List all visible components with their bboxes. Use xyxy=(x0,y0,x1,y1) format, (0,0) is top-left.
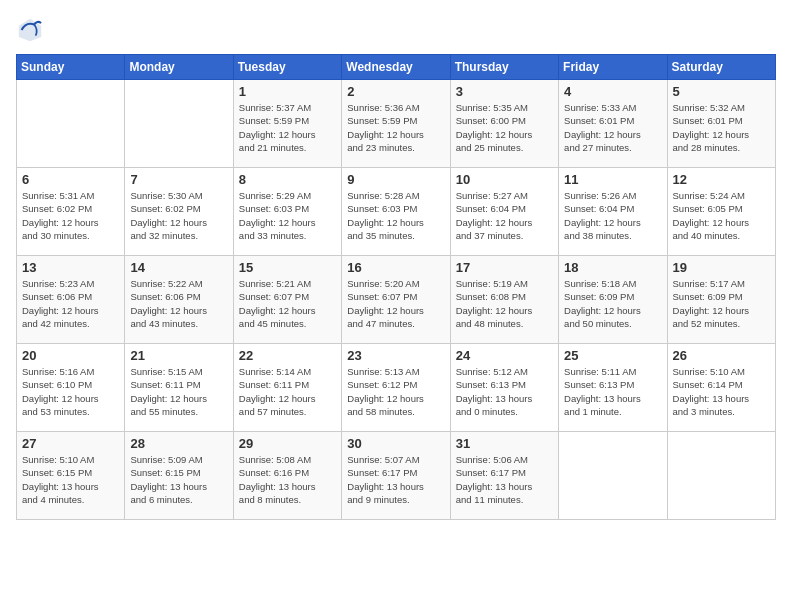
day-number: 21 xyxy=(130,348,227,363)
day-info: Sunrise: 5:24 AM Sunset: 6:05 PM Dayligh… xyxy=(673,189,770,242)
calendar-cell: 1Sunrise: 5:37 AM Sunset: 5:59 PM Daylig… xyxy=(233,80,341,168)
calendar-cell xyxy=(125,80,233,168)
calendar-cell: 6Sunrise: 5:31 AM Sunset: 6:02 PM Daylig… xyxy=(17,168,125,256)
day-info: Sunrise: 5:30 AM Sunset: 6:02 PM Dayligh… xyxy=(130,189,227,242)
day-number: 4 xyxy=(564,84,661,99)
day-info: Sunrise: 5:08 AM Sunset: 6:16 PM Dayligh… xyxy=(239,453,336,506)
day-info: Sunrise: 5:22 AM Sunset: 6:06 PM Dayligh… xyxy=(130,277,227,330)
calendar-cell: 7Sunrise: 5:30 AM Sunset: 6:02 PM Daylig… xyxy=(125,168,233,256)
day-number: 16 xyxy=(347,260,444,275)
day-info: Sunrise: 5:35 AM Sunset: 6:00 PM Dayligh… xyxy=(456,101,553,154)
day-number: 22 xyxy=(239,348,336,363)
calendar-cell: 8Sunrise: 5:29 AM Sunset: 6:03 PM Daylig… xyxy=(233,168,341,256)
day-number: 15 xyxy=(239,260,336,275)
calendar-cell: 20Sunrise: 5:16 AM Sunset: 6:10 PM Dayli… xyxy=(17,344,125,432)
day-info: Sunrise: 5:12 AM Sunset: 6:13 PM Dayligh… xyxy=(456,365,553,418)
day-number: 6 xyxy=(22,172,119,187)
calendar-cell: 13Sunrise: 5:23 AM Sunset: 6:06 PM Dayli… xyxy=(17,256,125,344)
day-number: 29 xyxy=(239,436,336,451)
day-info: Sunrise: 5:36 AM Sunset: 5:59 PM Dayligh… xyxy=(347,101,444,154)
weekday-header: Wednesday xyxy=(342,55,450,80)
day-info: Sunrise: 5:31 AM Sunset: 6:02 PM Dayligh… xyxy=(22,189,119,242)
day-info: Sunrise: 5:11 AM Sunset: 6:13 PM Dayligh… xyxy=(564,365,661,418)
calendar-cell: 5Sunrise: 5:32 AM Sunset: 6:01 PM Daylig… xyxy=(667,80,775,168)
calendar-cell: 17Sunrise: 5:19 AM Sunset: 6:08 PM Dayli… xyxy=(450,256,558,344)
calendar-week-row: 13Sunrise: 5:23 AM Sunset: 6:06 PM Dayli… xyxy=(17,256,776,344)
calendar-cell: 23Sunrise: 5:13 AM Sunset: 6:12 PM Dayli… xyxy=(342,344,450,432)
day-number: 28 xyxy=(130,436,227,451)
calendar-cell xyxy=(17,80,125,168)
day-info: Sunrise: 5:21 AM Sunset: 6:07 PM Dayligh… xyxy=(239,277,336,330)
day-info: Sunrise: 5:10 AM Sunset: 6:15 PM Dayligh… xyxy=(22,453,119,506)
calendar-cell: 30Sunrise: 5:07 AM Sunset: 6:17 PM Dayli… xyxy=(342,432,450,520)
day-number: 8 xyxy=(239,172,336,187)
day-info: Sunrise: 5:19 AM Sunset: 6:08 PM Dayligh… xyxy=(456,277,553,330)
day-info: Sunrise: 5:17 AM Sunset: 6:09 PM Dayligh… xyxy=(673,277,770,330)
day-info: Sunrise: 5:28 AM Sunset: 6:03 PM Dayligh… xyxy=(347,189,444,242)
page-header xyxy=(16,16,776,44)
calendar-cell: 22Sunrise: 5:14 AM Sunset: 6:11 PM Dayli… xyxy=(233,344,341,432)
day-number: 19 xyxy=(673,260,770,275)
day-number: 20 xyxy=(22,348,119,363)
day-number: 24 xyxy=(456,348,553,363)
calendar-cell: 10Sunrise: 5:27 AM Sunset: 6:04 PM Dayli… xyxy=(450,168,558,256)
day-info: Sunrise: 5:37 AM Sunset: 5:59 PM Dayligh… xyxy=(239,101,336,154)
calendar-cell: 12Sunrise: 5:24 AM Sunset: 6:05 PM Dayli… xyxy=(667,168,775,256)
day-number: 11 xyxy=(564,172,661,187)
day-info: Sunrise: 5:15 AM Sunset: 6:11 PM Dayligh… xyxy=(130,365,227,418)
calendar-cell: 16Sunrise: 5:20 AM Sunset: 6:07 PM Dayli… xyxy=(342,256,450,344)
day-info: Sunrise: 5:23 AM Sunset: 6:06 PM Dayligh… xyxy=(22,277,119,330)
calendar-week-row: 20Sunrise: 5:16 AM Sunset: 6:10 PM Dayli… xyxy=(17,344,776,432)
day-number: 12 xyxy=(673,172,770,187)
day-number: 14 xyxy=(130,260,227,275)
calendar-cell: 3Sunrise: 5:35 AM Sunset: 6:00 PM Daylig… xyxy=(450,80,558,168)
day-number: 23 xyxy=(347,348,444,363)
day-info: Sunrise: 5:27 AM Sunset: 6:04 PM Dayligh… xyxy=(456,189,553,242)
day-info: Sunrise: 5:20 AM Sunset: 6:07 PM Dayligh… xyxy=(347,277,444,330)
calendar-cell: 29Sunrise: 5:08 AM Sunset: 6:16 PM Dayli… xyxy=(233,432,341,520)
day-number: 26 xyxy=(673,348,770,363)
calendar-cell: 31Sunrise: 5:06 AM Sunset: 6:17 PM Dayli… xyxy=(450,432,558,520)
day-info: Sunrise: 5:33 AM Sunset: 6:01 PM Dayligh… xyxy=(564,101,661,154)
calendar-cell: 27Sunrise: 5:10 AM Sunset: 6:15 PM Dayli… xyxy=(17,432,125,520)
calendar-week-row: 6Sunrise: 5:31 AM Sunset: 6:02 PM Daylig… xyxy=(17,168,776,256)
day-info: Sunrise: 5:09 AM Sunset: 6:15 PM Dayligh… xyxy=(130,453,227,506)
day-info: Sunrise: 5:07 AM Sunset: 6:17 PM Dayligh… xyxy=(347,453,444,506)
calendar-cell: 28Sunrise: 5:09 AM Sunset: 6:15 PM Dayli… xyxy=(125,432,233,520)
calendar-cell xyxy=(559,432,667,520)
calendar-cell: 15Sunrise: 5:21 AM Sunset: 6:07 PM Dayli… xyxy=(233,256,341,344)
day-number: 27 xyxy=(22,436,119,451)
calendar-cell: 25Sunrise: 5:11 AM Sunset: 6:13 PM Dayli… xyxy=(559,344,667,432)
day-number: 17 xyxy=(456,260,553,275)
calendar-cell: 26Sunrise: 5:10 AM Sunset: 6:14 PM Dayli… xyxy=(667,344,775,432)
day-number: 18 xyxy=(564,260,661,275)
calendar-cell: 4Sunrise: 5:33 AM Sunset: 6:01 PM Daylig… xyxy=(559,80,667,168)
calendar-cell: 24Sunrise: 5:12 AM Sunset: 6:13 PM Dayli… xyxy=(450,344,558,432)
calendar-cell xyxy=(667,432,775,520)
calendar-cell: 2Sunrise: 5:36 AM Sunset: 5:59 PM Daylig… xyxy=(342,80,450,168)
logo-icon xyxy=(16,16,44,44)
calendar-table: SundayMondayTuesdayWednesdayThursdayFrid… xyxy=(16,54,776,520)
day-number: 2 xyxy=(347,84,444,99)
calendar-cell: 18Sunrise: 5:18 AM Sunset: 6:09 PM Dayli… xyxy=(559,256,667,344)
calendar-cell: 21Sunrise: 5:15 AM Sunset: 6:11 PM Dayli… xyxy=(125,344,233,432)
day-number: 9 xyxy=(347,172,444,187)
day-number: 5 xyxy=(673,84,770,99)
calendar-week-row: 27Sunrise: 5:10 AM Sunset: 6:15 PM Dayli… xyxy=(17,432,776,520)
weekday-header: Monday xyxy=(125,55,233,80)
day-info: Sunrise: 5:14 AM Sunset: 6:11 PM Dayligh… xyxy=(239,365,336,418)
day-info: Sunrise: 5:10 AM Sunset: 6:14 PM Dayligh… xyxy=(673,365,770,418)
weekday-header: Tuesday xyxy=(233,55,341,80)
day-info: Sunrise: 5:18 AM Sunset: 6:09 PM Dayligh… xyxy=(564,277,661,330)
day-info: Sunrise: 5:16 AM Sunset: 6:10 PM Dayligh… xyxy=(22,365,119,418)
weekday-header: Sunday xyxy=(17,55,125,80)
day-info: Sunrise: 5:26 AM Sunset: 6:04 PM Dayligh… xyxy=(564,189,661,242)
calendar-cell: 11Sunrise: 5:26 AM Sunset: 6:04 PM Dayli… xyxy=(559,168,667,256)
day-info: Sunrise: 5:06 AM Sunset: 6:17 PM Dayligh… xyxy=(456,453,553,506)
calendar-cell: 14Sunrise: 5:22 AM Sunset: 6:06 PM Dayli… xyxy=(125,256,233,344)
weekday-header: Friday xyxy=(559,55,667,80)
day-number: 25 xyxy=(564,348,661,363)
day-info: Sunrise: 5:29 AM Sunset: 6:03 PM Dayligh… xyxy=(239,189,336,242)
calendar-cell: 19Sunrise: 5:17 AM Sunset: 6:09 PM Dayli… xyxy=(667,256,775,344)
day-number: 30 xyxy=(347,436,444,451)
